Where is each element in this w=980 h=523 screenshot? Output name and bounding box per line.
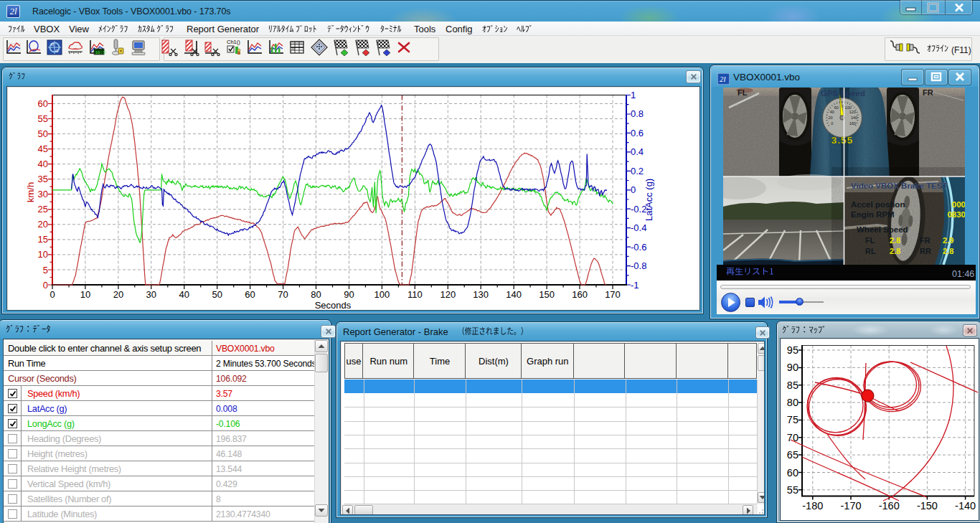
svg-text:2.8: 2.8: [890, 247, 900, 255]
svg-text:60: 60: [245, 289, 255, 300]
svg-text:-140: -140: [955, 500, 976, 512]
svg-text:160: 160: [849, 121, 856, 126]
svg-text:50: 50: [212, 289, 222, 300]
svg-text:160: 160: [572, 289, 588, 300]
svg-text:100: 100: [845, 105, 852, 110]
svg-text:0: 0: [631, 184, 636, 195]
svg-text:60: 60: [787, 467, 798, 479]
svg-text:FL: FL: [738, 88, 748, 97]
svg-text:70: 70: [787, 432, 798, 443]
svg-text:55: 55: [38, 113, 48, 124]
svg-text:3.55: 3.55: [831, 135, 853, 146]
svg-text:R: R: [51, 42, 55, 47]
svg-text:-0.6: -0.6: [631, 242, 646, 253]
svg-text:0: 0: [831, 121, 833, 126]
svg-text:Seconds: Seconds: [315, 300, 352, 310]
svg-text:FL: FL: [865, 236, 875, 245]
svg-text:140: 140: [506, 289, 522, 300]
svg-text:Wheel Speed: Wheel Speed: [857, 225, 908, 234]
svg-text:110: 110: [407, 289, 423, 300]
svg-text:GPS Speed: GPS Speed: [821, 89, 865, 98]
svg-text:0: 0: [50, 289, 55, 300]
svg-text:95: 95: [787, 344, 798, 356]
svg-text:0.4: 0.4: [631, 146, 644, 157]
svg-text:40: 40: [830, 110, 834, 114]
svg-text:-180: -180: [802, 500, 823, 512]
svg-text:Video VBOX Brake TEST: Video VBOX Brake TEST: [851, 182, 948, 190]
svg-text:1: 1: [631, 90, 636, 100]
svg-text:10: 10: [80, 289, 90, 300]
svg-text:45: 45: [38, 143, 48, 154]
svg-text:LatAcc (g): LatAcc (g): [644, 179, 654, 221]
svg-text:130: 130: [473, 289, 489, 300]
svg-text:-0.4: -0.4: [631, 222, 646, 233]
svg-text:FR: FR: [923, 88, 933, 97]
svg-text:35: 35: [38, 174, 48, 184]
svg-text:20: 20: [113, 289, 123, 300]
svg-text:Accel postion: Accel postion: [851, 200, 905, 209]
svg-text:25: 25: [38, 204, 48, 215]
svg-text:150: 150: [539, 289, 555, 300]
svg-text:-160: -160: [879, 500, 900, 512]
svg-text:20: 20: [828, 116, 832, 120]
svg-text:10:33: 10:33: [95, 50, 107, 55]
svg-text:km/h: km/h: [25, 182, 36, 202]
svg-text:90: 90: [344, 289, 354, 300]
svg-text:0830: 0830: [947, 210, 965, 219]
svg-text:40: 40: [38, 159, 48, 169]
svg-text:Ch1(): Ch1(): [227, 39, 240, 45]
svg-text:90: 90: [787, 362, 798, 373]
svg-text:70: 70: [278, 289, 288, 300]
svg-text:G: G: [55, 49, 59, 53]
svg-text:140: 140: [851, 116, 857, 120]
svg-text:15: 15: [38, 234, 48, 245]
svg-text:-170: -170: [840, 500, 861, 512]
svg-text:0.8: 0.8: [631, 108, 644, 119]
svg-text:2l: 2l: [720, 75, 726, 83]
svg-text:85: 85: [787, 380, 798, 391]
svg-text:30: 30: [38, 189, 48, 199]
svg-text:65: 65: [787, 449, 798, 461]
svg-text:0.2: 0.2: [631, 166, 644, 176]
svg-text:100: 100: [374, 289, 390, 300]
svg-text:0: 0: [43, 280, 48, 291]
svg-text:-0.8: -0.8: [631, 260, 646, 271]
svg-text:5: 5: [43, 265, 48, 275]
svg-text:30: 30: [146, 289, 156, 300]
svg-text:2.9: 2.9: [943, 236, 953, 245]
svg-text:000: 000: [952, 200, 965, 209]
svg-text:80: 80: [787, 397, 798, 408]
svg-text:60: 60: [834, 105, 839, 110]
svg-text:10: 10: [38, 249, 48, 260]
svg-text:55: 55: [787, 484, 798, 496]
svg-text:20: 20: [38, 219, 48, 230]
svg-text:0.6: 0.6: [631, 128, 644, 138]
svg-text:60: 60: [38, 98, 48, 109]
svg-text:120: 120: [849, 110, 856, 114]
svg-text:2.8: 2.8: [890, 236, 900, 245]
svg-text:120: 120: [440, 289, 456, 300]
svg-text:Engin RPM: Engin RPM: [851, 210, 895, 219]
svg-text:-1: -1: [631, 280, 639, 291]
svg-text:75: 75: [787, 414, 798, 425]
svg-text:50: 50: [38, 128, 48, 139]
svg-text:170: 170: [605, 289, 621, 300]
svg-text:40: 40: [179, 289, 189, 300]
svg-text:RR: RR: [920, 247, 931, 255]
svg-text:80: 80: [311, 289, 321, 300]
svg-text:-150: -150: [917, 500, 938, 512]
svg-text:2.8: 2.8: [943, 247, 953, 255]
svg-text:FR: FR: [920, 236, 930, 245]
svg-text:RL: RL: [865, 247, 876, 255]
